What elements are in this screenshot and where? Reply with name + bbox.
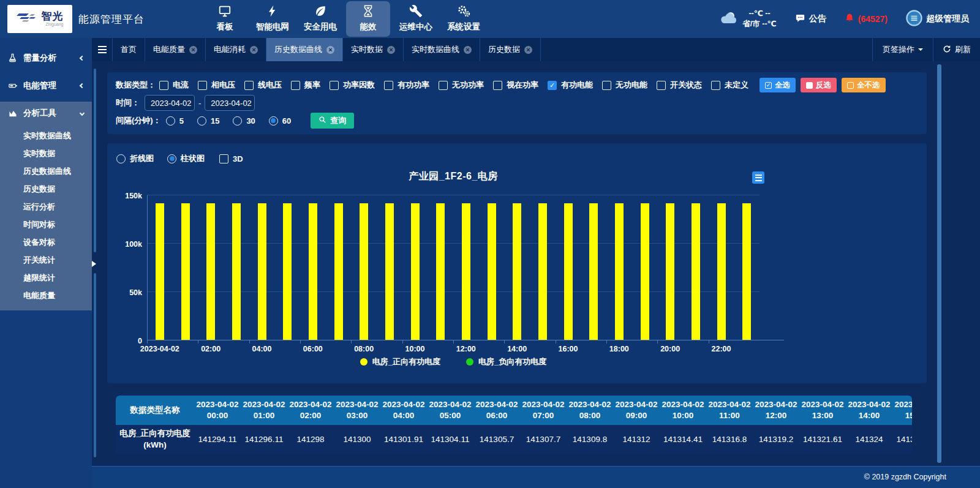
left-scrollbar[interactable]	[94, 273, 96, 457]
bar[interactable]	[742, 203, 751, 340]
tab-0[interactable]: 首页	[113, 38, 145, 61]
bar[interactable]	[360, 203, 368, 340]
app-logo[interactable]: 智光 Zhiguang	[7, 5, 72, 33]
tab-6[interactable]: 历史数据×	[480, 38, 541, 61]
legend-item[interactable]: 电房_负向有功电度	[466, 356, 546, 367]
header-date: 2023-04-02	[382, 399, 424, 410]
table-cell: 141296.11	[241, 425, 287, 454]
bar[interactable]	[232, 203, 241, 340]
bar[interactable]	[462, 203, 470, 340]
nav-item-monitor[interactable]: 看板	[203, 1, 247, 37]
interval-radio-15[interactable]: 15	[197, 116, 219, 126]
sidebar-item-6[interactable]: 设备对标	[0, 233, 92, 251]
tab-1[interactable]: 电能质量×	[145, 38, 206, 61]
sidebar-item-0[interactable]: 实时数据曲线	[0, 127, 92, 145]
bar[interactable]	[181, 203, 190, 340]
interval-radio-5[interactable]: 5	[166, 116, 184, 126]
bar[interactable]	[309, 203, 317, 340]
bar[interactable]	[334, 203, 343, 340]
datatype-checkbox-3[interactable]: 频率	[291, 80, 320, 91]
refresh-button[interactable]: 刷新	[933, 38, 980, 61]
nav-item-gears[interactable]: 系统设置	[442, 1, 486, 37]
legend-item[interactable]: 电房_正向有功电度	[360, 356, 440, 367]
filter-button-2[interactable]: 全不选	[842, 78, 886, 92]
bar[interactable]	[564, 203, 573, 340]
bar[interactable]	[538, 203, 547, 340]
nav-item-lightning[interactable]: 智能电网	[251, 1, 295, 37]
tab-operations-dropdown[interactable]: 页签操作	[872, 38, 933, 61]
close-icon[interactable]: ×	[387, 46, 395, 54]
interval-radio-30[interactable]: 30	[233, 116, 255, 126]
close-icon[interactable]: ×	[326, 46, 334, 54]
bar[interactable]	[411, 203, 420, 340]
threed-checkbox[interactable]: 3D	[219, 154, 243, 163]
datatype-checkbox-8[interactable]: ✓有功电能	[548, 80, 593, 91]
sidebar-item-3[interactable]: 历史数据	[0, 180, 92, 198]
sidebar-collapse-handle[interactable]	[92, 261, 96, 267]
tab-4[interactable]: 实时数据×	[343, 38, 404, 61]
bar[interactable]	[206, 203, 215, 340]
vertical-scrollbar[interactable]	[937, 64, 941, 463]
left-scrollbar[interactable]	[94, 69, 96, 252]
close-icon[interactable]: ×	[189, 46, 197, 54]
datatype-checkbox-7[interactable]: 视在功率	[493, 80, 538, 91]
tab-2[interactable]: 电能消耗×	[206, 38, 266, 61]
bar[interactable]	[717, 203, 726, 340]
alerts-button[interactable]: (64527)	[845, 13, 888, 25]
line-chart-radio[interactable]: 折线图	[116, 153, 154, 164]
time-to-input[interactable]	[205, 95, 255, 111]
time-from-input[interactable]	[145, 95, 195, 111]
weather-widget[interactable]: --℃ -- 省/市 --℃	[719, 9, 776, 29]
datatype-checkbox-6[interactable]: 无功功率	[439, 80, 484, 91]
nav-item-hourglass[interactable]: 能效	[346, 1, 390, 37]
nav-item-leaf[interactable]: 安全用电	[298, 1, 342, 37]
close-icon[interactable]: ×	[524, 46, 532, 54]
bar-chart-radio[interactable]: 柱状图	[167, 153, 205, 164]
nav-item-wrench[interactable]: 运维中心	[394, 1, 438, 37]
bar[interactable]	[589, 203, 598, 340]
sidebar-group-chart[interactable]: 分析工具	[0, 102, 92, 124]
sidebar-item-7[interactable]: 开关统计	[0, 251, 92, 269]
notice-button[interactable]: 公告	[795, 13, 826, 25]
checked-square-icon: ✓	[765, 82, 772, 89]
datatype-checkbox-4[interactable]: 功率因数	[330, 80, 375, 91]
sidebar-item-2[interactable]: 历史数据曲线	[0, 162, 92, 180]
datatype-checkbox-1[interactable]: 相电压	[198, 80, 235, 91]
chart-menu-icon[interactable]	[752, 171, 764, 184]
sidebar-item-1[interactable]: 实时数据	[0, 145, 92, 162]
datatype-checkbox-5[interactable]: 有功功率	[384, 80, 429, 91]
bar[interactable]	[641, 203, 649, 340]
sidebar-item-5[interactable]: 时间对标	[0, 216, 92, 233]
sidebar-item-9[interactable]: 电能质量	[0, 287, 92, 304]
filter-button-0[interactable]: ✓全选	[760, 78, 796, 92]
sidebar-group-battery[interactable]: 电能管理	[0, 74, 92, 97]
query-button[interactable]: 查询	[311, 113, 354, 129]
sidebar-item-8[interactable]: 越限统计	[0, 269, 92, 287]
close-icon[interactable]: ×	[464, 46, 472, 54]
tab-3[interactable]: 历史数据曲线×	[266, 38, 343, 61]
datatype-checkbox-0[interactable]: 电流	[159, 80, 189, 91]
datatype-checkbox-10[interactable]: 开关状态	[657, 80, 702, 91]
datatype-checkbox-2[interactable]: 线电压	[244, 80, 282, 91]
bar[interactable]	[385, 203, 394, 340]
filter-button-1[interactable]: 反选	[801, 78, 837, 92]
tab-5[interactable]: 实时数据曲线×	[404, 38, 480, 61]
bar[interactable]	[436, 203, 445, 340]
bar[interactable]	[513, 203, 521, 340]
interval-radio-60[interactable]: 60	[269, 116, 291, 126]
bar[interactable]	[283, 203, 292, 340]
bar-chart: 050k100k150k2023-04-0202:0004:0006:0008:…	[147, 195, 760, 340]
bar[interactable]	[258, 203, 266, 340]
datatype-checkbox-11[interactable]: 未定义	[711, 80, 748, 91]
bar[interactable]	[692, 203, 700, 340]
bar[interactable]	[156, 203, 164, 340]
sidebar-item-4[interactable]: 运行分析	[0, 198, 92, 216]
user-menu[interactable]: 超级管理员	[906, 10, 969, 28]
bar[interactable]	[615, 203, 624, 340]
sidebar-group-flask[interactable]: 需量分析	[0, 47, 92, 69]
bar[interactable]	[666, 203, 674, 340]
close-icon[interactable]: ×	[250, 46, 258, 54]
hamburger-icon[interactable]	[92, 38, 113, 61]
datatype-checkbox-9[interactable]: 无功电能	[602, 80, 647, 91]
bar[interactable]	[488, 203, 496, 340]
